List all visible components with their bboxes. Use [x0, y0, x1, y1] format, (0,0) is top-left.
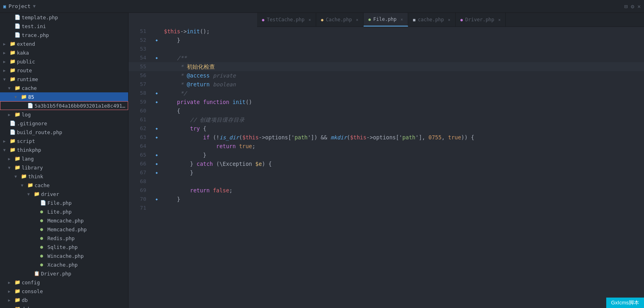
tree-label-24: Memcached.php [47, 226, 128, 233]
tree-item-25[interactable]: ● Redis.php [0, 234, 128, 243]
gutter-cell-67: ◆ [153, 168, 161, 177]
folder-icon: 📁 [10, 50, 17, 55]
tree-item-3[interactable]: ▶ 📁 extend [0, 39, 128, 48]
tab-close-button[interactable]: × [309, 18, 311, 22]
line-code-51: $this->init(); [161, 27, 644, 36]
tab-cache[interactable]: ● Cache.php × [316, 13, 364, 27]
gutter-cell-70: ◆ [153, 195, 161, 204]
line-number-57: 57 [129, 80, 153, 89]
tab-close-button[interactable]: × [356, 18, 358, 22]
fold-marker[interactable]: ◆ [155, 89, 157, 98]
tab-close-button[interactable]: × [498, 18, 501, 22]
gutter-cell-58: ◆ [153, 89, 161, 98]
tab-close-button[interactable]: × [448, 18, 450, 22]
tree-label-19: cache [35, 182, 128, 188]
tab-close-button[interactable]: × [401, 17, 403, 22]
php-file-icon: 📄 [14, 32, 22, 38]
tree-item-26[interactable]: ● Sqlite.php [0, 243, 128, 251]
fold-marker[interactable]: ◆ [155, 53, 157, 62]
line-number-68: 68 [129, 177, 153, 186]
code-line-54: 54◆ /** [129, 53, 644, 62]
code-line-62: 62◆ try { [129, 124, 644, 133]
folder-icon: 📁 [27, 182, 35, 188]
tree-item-2[interactable]: 📄 trace.php [0, 31, 128, 39]
php-file-icon: 📄 [40, 200, 47, 206]
tree-label-25: Redis.php [47, 235, 128, 241]
gutter-cell-64 [153, 142, 161, 151]
tab-icon: ■ [413, 18, 415, 22]
tab-cache2[interactable]: ■ cache.php × [408, 13, 456, 27]
tree-item-29[interactable]: 📋 Driver.php [0, 269, 128, 278]
gutter-cell-54: ◆ [153, 53, 161, 62]
fold-marker[interactable]: ◆ [155, 151, 157, 159]
tree-item-21[interactable]: 📄 File.php [0, 198, 128, 207]
fold-marker[interactable]: ◆ [155, 168, 157, 177]
minimize-icon[interactable]: ⊟ [624, 3, 628, 10]
line-code-64: return true; [161, 142, 644, 151]
settings-icon[interactable]: ⚙ [631, 3, 634, 10]
folder-icon: 📁 [14, 156, 22, 161]
fold-marker[interactable]: ◆ [155, 195, 157, 204]
tree-item-30[interactable]: ▶ 📁 config [0, 278, 128, 287]
tree-item-20[interactable]: ▼ 📁 driver [0, 190, 128, 198]
ini-file-icon: 📄 [14, 23, 22, 29]
tree-item-33[interactable]: ▶ 📁 debug [0, 304, 128, 308]
tree-item-8[interactable]: ▼ 📁 cache [0, 84, 128, 92]
tab-file[interactable]: ● File.php × [364, 13, 408, 27]
folder-icon: 📁 [10, 59, 17, 64]
tree-item-15[interactable]: ▼ 📁 thinkphp [0, 145, 128, 154]
tab-driver[interactable]: ● Driver.php × [456, 13, 506, 27]
folder-icon: 📁 [10, 67, 17, 73]
tree-item-32[interactable]: ▶ 📁 db [0, 296, 128, 304]
tree-item-22[interactable]: ● Lite.php [0, 207, 128, 216]
tree-label-8: cache [22, 85, 128, 91]
tree-item-23[interactable]: ● Memcache.php [0, 216, 128, 225]
line-number-67: 67 [129, 168, 153, 177]
tree-item-16[interactable]: ▶ 📁 lang [0, 154, 128, 163]
line-code-53 [161, 45, 644, 53]
tree-label-0: template.php [22, 14, 128, 20]
line-number-55: 55 [129, 62, 153, 71]
fold-marker[interactable]: ◆ [155, 133, 157, 142]
tab-testcache[interactable]: ● TestCache.php × [257, 13, 316, 27]
fold-marker[interactable]: ◆ [155, 159, 157, 168]
tree-item-9[interactable]: ▼ 📁 85 [0, 92, 128, 101]
dropdown-arrow-icon[interactable]: ▼ [33, 4, 36, 9]
tab-bar: ● TestCache.php ×● Cache.php ×● File.php… [257, 13, 644, 27]
tab-label: cache.php [418, 17, 444, 22]
tree-item-13[interactable]: 📄 build_route.php [0, 128, 128, 137]
tree-item-5[interactable]: ▶ 📁 public [0, 57, 128, 66]
tree-item-11[interactable]: ▶ 📁 log [0, 110, 128, 119]
tree-item-7[interactable]: ▼ 📁 runtime [0, 75, 128, 84]
line-number-60: 60 [129, 106, 153, 115]
fold-marker[interactable]: ◆ [155, 98, 157, 106]
folder-icon: 📁 [14, 165, 22, 170]
tree-item-10[interactable]: 📄 5a3b1b5f04a16bb093201a1e8c4910... [0, 101, 128, 110]
tree-item-27[interactable]: ● Wincache.php [0, 251, 128, 260]
tree-item-0[interactable]: 📄 template.php [0, 13, 128, 22]
code-line-69: 69 return false; [129, 186, 644, 195]
code-container[interactable]: 51$this->init();52◆ }5354◆ /**55 * 初始化检查… [129, 27, 644, 308]
line-code-70: } [161, 195, 644, 204]
tree-item-28[interactable]: ● Xcache.php [0, 260, 128, 269]
tree-item-4[interactable]: ▶ 📁 kaka [0, 48, 128, 57]
fold-marker[interactable]: ◆ [155, 124, 157, 133]
tree-item-14[interactable]: ▶ 📁 script [0, 137, 128, 145]
close-icon[interactable]: × [638, 3, 641, 10]
code-line-63: 63◆ if (!is_dir($this->options['path']) … [129, 133, 644, 142]
php-file-icon: 📄 [10, 129, 17, 135]
tree-arrow-30: ▶ [8, 280, 14, 285]
line-code-55: * 初始化检查 [161, 62, 644, 71]
tree-item-18[interactable]: ▼ 📁 think [0, 172, 128, 181]
tree-item-24[interactable]: ● Memcached.php [0, 225, 128, 234]
tree-item-1[interactable]: 📄 test.ini [0, 22, 128, 31]
project-icon: ▣ [3, 4, 6, 9]
tree-item-31[interactable]: ▶ 📁 console [0, 287, 128, 296]
tree-item-12[interactable]: 📄 .gitignore [0, 119, 128, 128]
tree-arrow-20: ▼ [27, 192, 34, 196]
tree-item-6[interactable]: ▶ 📁 route [0, 66, 128, 75]
fold-marker[interactable]: ◆ [155, 36, 157, 45]
tree-label-26: Sqlite.php [47, 244, 128, 250]
tree-item-17[interactable]: ▼ 📁 library [0, 163, 128, 172]
tree-item-19[interactable]: ▼ 📁 cache [0, 181, 128, 190]
